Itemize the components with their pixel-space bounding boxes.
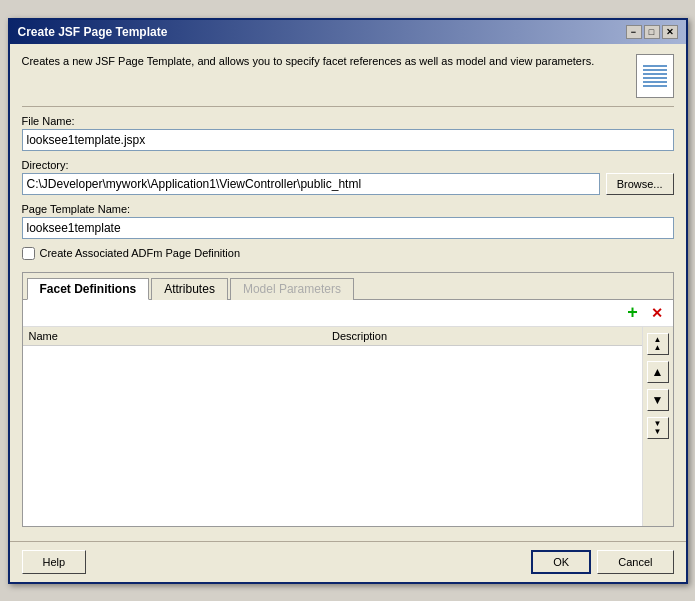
directory-input[interactable] <box>22 173 600 195</box>
move-bottom-icon: ▼▼ <box>654 420 662 436</box>
doc-line-1 <box>643 65 667 67</box>
title-bar: Create JSF Page Template − □ ✕ <box>10 20 686 44</box>
footer-right: OK Cancel <box>531 550 673 574</box>
tab-attributes[interactable]: Attributes <box>151 278 228 300</box>
doc-line-4 <box>643 77 667 79</box>
col-desc-header: Description <box>332 330 636 342</box>
dialog-title: Create JSF Page Template <box>18 25 168 39</box>
doc-line-6 <box>643 85 667 87</box>
page-template-name-label: Page Template Name: <box>22 203 674 215</box>
document-icon <box>636 54 674 98</box>
directory-label: Directory: <box>22 159 674 171</box>
directory-row: Browse... <box>22 173 674 195</box>
remove-button[interactable]: ✕ <box>647 303 667 323</box>
cancel-button[interactable]: Cancel <box>597 550 673 574</box>
description-text: Creates a new JSF Page Template, and all… <box>22 54 626 69</box>
tab-facet-definitions[interactable]: Facet Definitions <box>27 278 150 300</box>
content-with-controls: Name Description ▲▲ ▲ ▼ <box>23 327 673 526</box>
move-top-button[interactable]: ▲▲ <box>647 333 669 355</box>
maximize-button[interactable]: □ <box>644 25 660 39</box>
title-bar-controls: − □ ✕ <box>626 25 678 39</box>
move-top-icon: ▲▲ <box>654 336 662 352</box>
doc-line-3 <box>643 73 667 75</box>
page-template-name-group: Page Template Name: <box>22 203 674 239</box>
doc-line-2 <box>643 69 667 71</box>
checkbox-label: Create Associated ADFm Page Definition <box>40 247 241 259</box>
table-area: Name Description <box>23 327 642 526</box>
help-button[interactable]: Help <box>22 550 87 574</box>
add-button[interactable]: + <box>623 303 643 323</box>
directory-group: Directory: Browse... <box>22 159 674 195</box>
doc-icon-lines <box>639 61 671 91</box>
close-button[interactable]: ✕ <box>662 25 678 39</box>
tabs-container: Facet Definitions Attributes Model Param… <box>22 272 674 527</box>
adfm-checkbox[interactable] <box>22 247 35 260</box>
browse-button[interactable]: Browse... <box>606 173 674 195</box>
ok-button[interactable]: OK <box>531 550 591 574</box>
move-up-button[interactable]: ▲ <box>647 361 669 383</box>
file-name-group: File Name: <box>22 115 674 151</box>
dialog-content: Creates a new JSF Page Template, and all… <box>10 44 686 537</box>
move-bottom-button[interactable]: ▼▼ <box>647 417 669 439</box>
table-body <box>23 346 642 526</box>
col-name-header: Name <box>29 330 333 342</box>
tab-header: Facet Definitions Attributes Model Param… <box>23 273 673 300</box>
minimize-button[interactable]: − <box>626 25 642 39</box>
file-name-label: File Name: <box>22 115 674 127</box>
checkbox-row: Create Associated ADFm Page Definition <box>22 247 674 260</box>
move-down-icon: ▼ <box>652 393 664 407</box>
file-name-input[interactable] <box>22 129 674 151</box>
page-template-name-input[interactable] <box>22 217 674 239</box>
move-down-button[interactable]: ▼ <box>647 389 669 411</box>
tab-toolbar: + ✕ <box>23 300 673 327</box>
right-controls: ▲▲ ▲ ▼ ▼▼ <box>642 327 673 526</box>
doc-line-5 <box>643 81 667 83</box>
dialog-footer: Help OK Cancel <box>10 541 686 582</box>
move-up-icon: ▲ <box>652 365 664 379</box>
tab-model-parameters[interactable]: Model Parameters <box>230 278 354 300</box>
create-jsf-dialog: Create JSF Page Template − □ ✕ Creates a… <box>8 18 688 584</box>
description-area: Creates a new JSF Page Template, and all… <box>22 54 674 107</box>
table-header: Name Description <box>23 327 642 346</box>
